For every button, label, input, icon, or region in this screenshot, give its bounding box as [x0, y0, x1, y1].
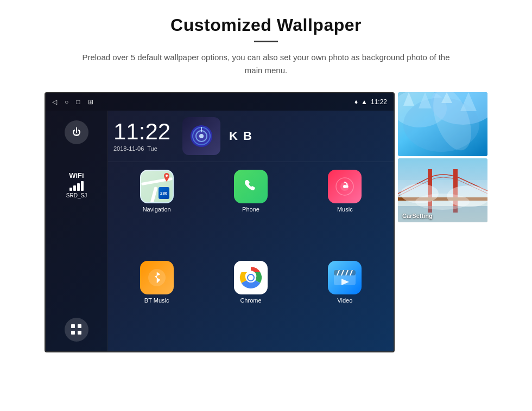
app-grid: 280 Navigation [108, 162, 394, 351]
video-label: Video [337, 297, 352, 304]
widget-icons: K B [182, 117, 252, 155]
video-icon [328, 261, 362, 294]
signal-icon: ▲ [361, 98, 368, 106]
chrome-svg [238, 265, 264, 291]
signal-svg [192, 126, 211, 146]
grid-dot-2 [78, 324, 81, 328]
page-title: Customized Wallpaper [170, 15, 362, 35]
app-chrome[interactable]: Chrome [207, 261, 294, 344]
music-icon [328, 170, 362, 203]
status-bar-left: ◁ ○ □ ⊞ [52, 98, 93, 106]
navigation-icon: 280 [140, 170, 174, 203]
wallpaper-stack: CarSetting [398, 92, 487, 222]
svg-point-13 [248, 275, 254, 280]
music-svg [335, 177, 354, 196]
bt-music-icon [140, 261, 174, 294]
android-screen: ◁ ○ □ ⊞ ♦ ▲ 11:22 ⏻ [45, 92, 395, 352]
home-nav-icon[interactable]: ○ [65, 98, 68, 106]
wifi-label: WiFi [69, 171, 84, 179]
clock-area: 11:22 2018-11-06 Tue [108, 111, 394, 162]
clock-time: 11:22 [113, 120, 170, 143]
ice-cave-svg [398, 92, 487, 156]
grid-dot-3 [71, 331, 75, 335]
screenshot-nav-icon[interactable]: ⊞ [88, 98, 93, 106]
clock-date: 2018-11-06 Tue [113, 145, 157, 152]
phone-label: Phone [242, 206, 259, 213]
wallpaper-ice[interactable] [398, 92, 487, 156]
wallpaper-bridge-label: CarSetting [402, 213, 433, 219]
wifi-bar-3 [77, 183, 80, 191]
apps-button[interactable] [65, 318, 88, 342]
svg-point-8 [346, 185, 349, 188]
map-shield: 280 [159, 187, 169, 199]
chrome-label: Chrome [240, 297, 261, 304]
map-background: 280 [141, 171, 173, 202]
wifi-bar-4 [81, 181, 84, 191]
app-video[interactable]: Video [302, 261, 388, 344]
navigation-label: Navigation [143, 206, 171, 213]
svg-point-38 [415, 194, 470, 210]
status-time: 11:22 [371, 98, 387, 106]
letter-k: K [229, 129, 238, 143]
recents-nav-icon[interactable]: □ [76, 98, 80, 106]
page-description: Preload over 5 default wallpaper options… [81, 51, 451, 77]
location-icon: ♦ [354, 98, 358, 106]
video-svg [332, 265, 358, 291]
apps-grid-icon [71, 324, 82, 335]
music-label: Music [337, 206, 353, 213]
wifi-bars [69, 181, 84, 191]
wifi-widget: WiFi SRD_SJ [66, 171, 87, 198]
wallpaper-bridge[interactable]: CarSetting [398, 158, 487, 222]
page-container: Customized Wallpaper Preload over 5 defa… [0, 0, 532, 411]
app-navigation[interactable]: 280 Navigation [113, 170, 200, 253]
main-content: ⏻ WiFi SRD_SJ [46, 111, 394, 351]
phone-svg [241, 177, 261, 196]
bt-svg [147, 268, 167, 287]
back-nav-icon[interactable]: ◁ [52, 98, 57, 106]
letter-b: B [243, 129, 252, 143]
app-music[interactable]: Music [302, 170, 388, 253]
clock-text: 11:22 2018-11-06 Tue [113, 120, 170, 152]
screen-outer: ◁ ○ □ ⊞ ♦ ▲ 11:22 ⏻ [45, 92, 487, 352]
wifi-ssid: SRD_SJ [66, 192, 87, 198]
status-bar-right: ♦ ▲ 11:22 [354, 98, 387, 106]
power-button[interactable]: ⏻ [65, 120, 88, 144]
svg-point-4 [166, 175, 168, 177]
bt-music-label: BT Music [144, 297, 169, 304]
radio-inner [191, 125, 212, 147]
grid-dot-1 [71, 324, 75, 328]
title-divider [254, 41, 278, 42]
grid-dot-4 [78, 331, 81, 335]
map-pin [163, 173, 170, 182]
wifi-bar-2 [73, 185, 76, 191]
chrome-icon [234, 261, 268, 294]
phone-icon [234, 170, 268, 203]
svg-point-2 [199, 134, 204, 138]
center-content: 11:22 2018-11-06 Tue [108, 111, 394, 351]
app-phone[interactable]: Phone [207, 170, 294, 253]
radio-widget[interactable] [182, 117, 220, 155]
app-bt-music[interactable]: BT Music [113, 261, 200, 344]
left-sidebar: ⏻ WiFi SRD_SJ [46, 111, 108, 351]
status-bar: ◁ ○ □ ⊞ ♦ ▲ 11:22 [46, 93, 394, 111]
wifi-bar-1 [69, 188, 72, 191]
map-road-2 [147, 187, 158, 202]
